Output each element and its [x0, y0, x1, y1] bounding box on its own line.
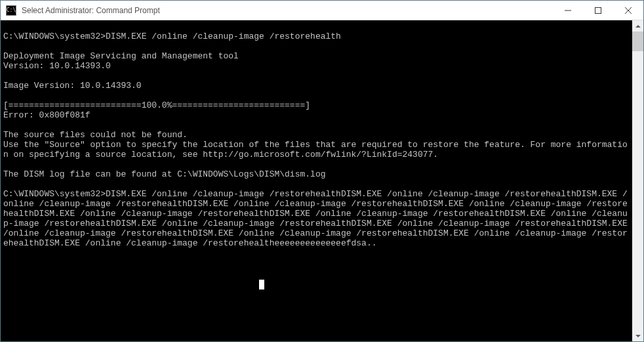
titlebar[interactable]: C:\ Select Administrator: Command Prompt	[1, 1, 643, 20]
scroll-up-arrow[interactable]	[632, 20, 643, 32]
command-prompt-window: C:\ Select Administrator: Command Prompt…	[0, 0, 644, 342]
svg-rect-1	[595, 7, 601, 13]
close-button[interactable]	[613, 1, 643, 20]
cmd-icon: C:\	[6, 5, 16, 16]
maximize-button[interactable]	[583, 1, 613, 20]
terminal-text: C:\WINDOWS\system32>DISM.EXE /online /cl…	[3, 32, 632, 248]
window-controls	[553, 1, 643, 20]
scroll-track[interactable]	[632, 32, 643, 330]
cursor	[259, 280, 264, 289]
terminal-container: C:\WINDOWS\system32>DISM.EXE /online /cl…	[1, 20, 643, 341]
svg-marker-4	[635, 25, 641, 28]
terminal-output[interactable]: C:\WINDOWS\system32>DISM.EXE /online /cl…	[1, 20, 632, 341]
scroll-thumb[interactable]	[632, 32, 643, 51]
minimize-button[interactable]	[553, 1, 583, 20]
window-title: Select Administrator: Command Prompt	[20, 6, 553, 15]
vertical-scrollbar[interactable]	[632, 20, 643, 341]
scroll-down-arrow[interactable]	[632, 330, 643, 341]
svg-marker-5	[635, 335, 641, 337]
app-icon: C:\	[6, 5, 16, 16]
